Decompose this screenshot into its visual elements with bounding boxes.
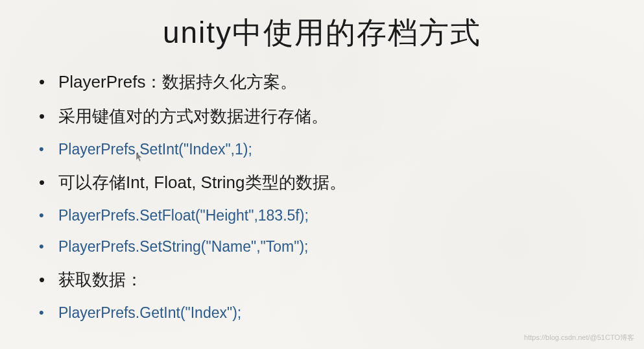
cursor-icon xyxy=(136,152,144,163)
bullet-item-playerprefs-desc: PlayerPrefs：数据持久化方案。 xyxy=(39,69,618,95)
bullet-item-keyvalue-desc: 采用键值对的方式对数据进行存储。 xyxy=(39,104,618,129)
bullet-item-setstring-code: PlayerPrefs.SetString("Name","Tom"); xyxy=(39,235,618,258)
bullet-item-getdata-desc: 获取数据： xyxy=(39,267,618,293)
bullet-item-setint-code: PlayerPrefs.SetInt("Index",1); xyxy=(39,138,618,161)
bullet-list: PlayerPrefs：数据持久化方案。 采用键值对的方式对数据进行存储。 Pl… xyxy=(26,69,618,324)
bullet-item-getint-code: PlayerPrefs.GetInt("Index"); xyxy=(39,302,618,324)
bullet-item-setfloat-code: PlayerPrefs.SetFloat("Height",183.5f); xyxy=(39,204,618,227)
slide-title: unity中使用的存档方式 xyxy=(26,13,618,53)
bullet-item-datatypes-desc: 可以存储Int, Float, String类型的数据。 xyxy=(39,170,618,195)
watermark: https://blog.csdn.net/@51CTO博客 xyxy=(524,333,634,343)
